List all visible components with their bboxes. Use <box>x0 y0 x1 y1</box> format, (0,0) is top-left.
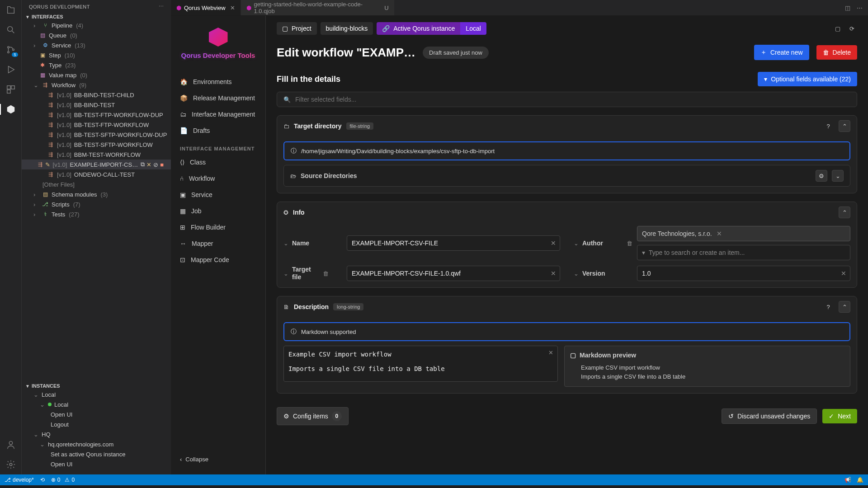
tree-item-queue[interactable]: ▤Queue(0) <box>22 30 171 40</box>
chevron-down-icon[interactable]: ⌄ <box>283 270 288 277</box>
instance-logout[interactable]: Logout <box>22 419 171 429</box>
chevron-down-icon[interactable]: ⌄ <box>283 240 288 247</box>
discard-button[interactable]: ↺Discard unsaved changes <box>722 408 817 424</box>
collapse-icon[interactable]: ⌃ <box>839 120 850 132</box>
nav-service[interactable]: ▣Service <box>171 187 265 203</box>
tree-item-wf-1[interactable]: ⇶[v1.0]BB-BIND-TEST <box>22 100 171 110</box>
nav-flow-builder[interactable]: ⊞Flow Builder <box>171 219 265 235</box>
chevron-down-icon[interactable]: ⌄ <box>574 270 579 277</box>
explorer-icon[interactable] <box>5 4 17 16</box>
section-interfaces[interactable]: ▼INTERFACES <box>22 13 171 20</box>
nav-workflow[interactable]: ⑃Workflow <box>171 170 265 187</box>
tree-item-wf-5[interactable]: ⇶[v1.0]BB-TEST-SFTP-WORKFLOW <box>22 140 171 150</box>
gear-icon[interactable]: ⚙ <box>816 170 827 182</box>
bell-icon[interactable]: 🔔 <box>857 477 863 483</box>
remove-icon[interactable]: ✕ <box>717 230 722 237</box>
close-icon[interactable]: ✕ <box>230 5 235 11</box>
close-icon[interactable]: ✕ <box>146 161 151 168</box>
nav-drafts[interactable]: 📄Drafts <box>171 122 265 139</box>
tree-item-wf-7[interactable]: ⇶✎[v1.0]EXAMPLE-IMPORT-CS…⧉✕⊘■ <box>22 160 171 169</box>
refresh-icon[interactable]: ⟳ <box>847 23 857 35</box>
tab-qjob-file[interactable]: ⬢ getting-started-hello-world-example-co… <box>241 0 395 15</box>
tree-item-wf-4[interactable]: ⇶[v1.0]BB-TEST-SFTP-WORKFLOW-DUP <box>22 130 171 140</box>
source-directories-row[interactable]: 🗁 Source Directories ⚙ ⌄ <box>283 165 850 187</box>
crumb-project[interactable]: ▢Project <box>277 22 317 35</box>
qorus-icon[interactable] <box>5 103 17 116</box>
instance-hq-group[interactable]: ⌄HQ <box>22 429 171 439</box>
tree-item-wf-0[interactable]: ⇶[v1.0]BB-BIND-TEST-CHILD <box>22 90 171 100</box>
description-textarea[interactable] <box>283 346 558 382</box>
tree-item-wf-3[interactable]: ⇶[v1.0]BB-TEST-FTP-WORKFLOW <box>22 120 171 130</box>
chevron-down-icon[interactable]: ⌄ <box>832 170 844 182</box>
source-control-icon[interactable]: 5 <box>5 43 17 56</box>
clear-icon[interactable]: ✕ <box>548 349 553 356</box>
account-icon[interactable] <box>5 438 17 451</box>
tree-item-type[interactable]: ✱Type(23) <box>22 60 171 70</box>
nav-mapper[interactable]: ↔Mapper <box>171 235 265 252</box>
clear-icon[interactable]: ✕ <box>841 270 846 277</box>
settings-gear-icon[interactable] <box>5 458 17 471</box>
author-chip[interactable]: Qore Technologies, s.r.o.✕ <box>637 226 850 241</box>
crumb-building-blocks[interactable]: building-blocks <box>321 22 373 35</box>
link-icon[interactable]: ⊘ <box>153 161 158 168</box>
tree-item-other-files[interactable]: [Other Files] <box>22 179 171 189</box>
tree-item-workflow[interactable]: ⌄⇶Workflow(9) <box>22 80 171 90</box>
nav-job[interactable]: ▦Job <box>171 203 265 219</box>
search-icon[interactable] <box>5 23 17 36</box>
nav-interface-management[interactable]: 🗂Interface Management <box>171 106 265 122</box>
next-button[interactable]: ✓Next <box>822 409 857 423</box>
more-icon[interactable]: ⋯ <box>159 4 164 9</box>
collapse-icon[interactable]: ⌃ <box>839 206 850 218</box>
trash-icon[interactable]: 🗑 <box>627 240 632 247</box>
nav-collapse[interactable]: ‹Collapse <box>171 451 265 467</box>
filter-fields-input-wrap[interactable]: 🔍 <box>277 92 857 107</box>
create-new-button[interactable]: ＋Create new <box>754 45 809 60</box>
delete-button[interactable]: 🗑Delete <box>816 45 857 60</box>
crumb-active-instance[interactable]: 🔗Active Qorus instance Local <box>377 22 486 35</box>
tab-qorus-webview[interactable]: ⬢ Qorus Webview ✕ <box>171 0 241 15</box>
help-icon[interactable]: ? <box>822 120 834 132</box>
target-file-input[interactable]: EXAMPLE-IMPORT-CSV-FILE-1.0.qwf✕ <box>347 266 560 281</box>
instance-open-ui-2[interactable]: Open UI <box>22 459 171 469</box>
author-add-input[interactable]: ▾Type to search or create an item... <box>637 245 850 260</box>
delete-icon[interactable]: ■ <box>160 161 164 168</box>
more-actions-icon[interactable]: ⋯ <box>857 5 863 11</box>
tree-item-step[interactable]: ▣Step(10) <box>22 50 171 60</box>
tree-item-wf-6[interactable]: ⇶[v1.0]BBM-TEST-WORKFLOW <box>22 150 171 160</box>
extensions-icon[interactable] <box>5 83 17 96</box>
instance-open-ui[interactable]: Open UI <box>22 409 171 419</box>
split-editor-icon[interactable]: ◫ <box>845 5 850 11</box>
nav-mapper-code[interactable]: ⊡Mapper Code <box>171 252 265 268</box>
config-items-button[interactable]: ⚙ Config items 0 <box>277 407 349 425</box>
instance-local-group[interactable]: ⌄Local <box>22 389 171 399</box>
run-debug-icon[interactable] <box>5 63 17 76</box>
copy-icon[interactable]: ⧉ <box>141 161 145 168</box>
tree-item-wf-8[interactable]: ⇶[v1.0]ONDEWO-CALL-TEST <box>22 169 171 179</box>
chevron-down-icon[interactable]: ⌄ <box>574 240 579 247</box>
tree-item-scripts[interactable]: ›⎇Scripts(7) <box>22 199 171 209</box>
nav-class[interactable]: ⟨⟩Class <box>171 154 265 170</box>
optional-fields-button[interactable]: ▾Optional fields available (22) <box>758 72 857 86</box>
filter-fields-input[interactable] <box>295 96 850 103</box>
instance-set-active[interactable]: Set as active Qorus instance <box>22 449 171 459</box>
version-input[interactable]: 1.0✕ <box>637 266 850 281</box>
tree-item-schema-modules[interactable]: ›▤Schema modules(3) <box>22 189 171 199</box>
nav-release-management[interactable]: 📦Release Management <box>171 90 265 106</box>
tree-item-service[interactable]: ›⚙Service(13) <box>22 40 171 50</box>
clear-icon[interactable]: ✕ <box>551 239 556 247</box>
section-instances[interactable]: ▼INSTANCES <box>22 382 171 389</box>
sync-indicator[interactable]: ⟲ <box>40 477 45 483</box>
trash-icon[interactable]: 🗑 <box>323 270 329 277</box>
clear-icon[interactable]: ✕ <box>551 270 556 277</box>
new-window-icon[interactable]: ▢ <box>832 23 843 35</box>
help-icon[interactable]: ? <box>822 301 834 313</box>
tree-item-valuemap[interactable]: ▦Value map(0) <box>22 70 171 80</box>
nav-environments[interactable]: 🏠Environments <box>171 74 265 90</box>
tree-item-tests[interactable]: ›⚕Tests(27) <box>22 209 171 219</box>
instance-hq-url[interactable]: ⌄hq.qoretechnologies.com <box>22 439 171 449</box>
tree-item-wf-2[interactable]: ⇶[v1.0]BB-TEST-FTP-WORKFLOW-DUP <box>22 110 171 120</box>
branch-indicator[interactable]: ⎇develop* <box>5 477 34 483</box>
name-input[interactable]: EXAMPLE-IMPORT-CSV-FILE✕ <box>347 235 560 251</box>
tree-item-pipeline[interactable]: ›⑂Pipeline(4) <box>22 20 171 30</box>
instance-local[interactable]: ⌄Local <box>22 399 171 409</box>
